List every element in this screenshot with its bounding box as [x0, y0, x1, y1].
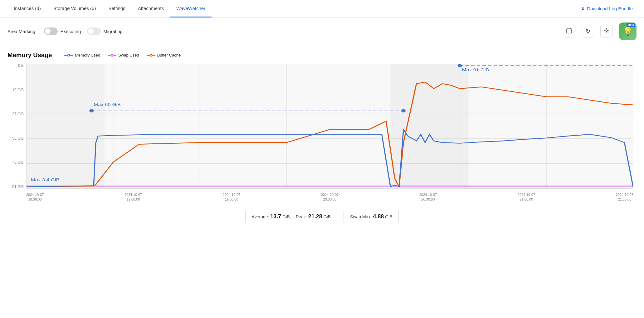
legend-buffer-cache-label: Buffer Cache	[157, 53, 181, 57]
gear-icon	[604, 28, 609, 35]
x-axis: 2024-10-0718:30:00 2024-10-0719:00:00 20…	[26, 190, 633, 207]
stats-row: Average: 13.7 GiB Peak: 21.28 GiB Swap M…	[7, 210, 637, 223]
tab-storage-volumes[interactable]: Storage Volumes (5)	[47, 0, 102, 17]
chart-legend: Memory Used Swap Used Buffer Cache	[64, 53, 181, 57]
chart-grid: Max 60 GiB Max 91 GiB Max 3.4 GiB	[26, 64, 633, 189]
average-value: 13.7	[270, 213, 281, 220]
swap-max-label: Swap Max:	[350, 214, 373, 219]
peak-label: Peak:	[296, 214, 308, 219]
y-label-56: 56 GiB	[12, 137, 24, 140]
y-label-37: 37 GiB	[12, 112, 24, 116]
y-label-75: 75 GiB	[12, 161, 24, 164]
x-label-3: 2024-10-0720:00:00	[321, 192, 339, 202]
svg-text:Max 60 GiB: Max 60 GiB	[94, 102, 121, 107]
tab-attachments[interactable]: Attachments	[132, 0, 170, 17]
average-stat-box: Average: 13.7 GiB Peak: 21.28 GiB	[245, 210, 337, 223]
legend-memory-used-label: Memory Used	[75, 53, 100, 57]
beta-button[interactable]: Beta 💡	[619, 22, 637, 40]
calendar-icon	[566, 28, 572, 35]
download-icon: ⬇	[581, 6, 585, 12]
download-log-bundle-button[interactable]: ⬇ Download Log Bundle	[577, 4, 637, 13]
refresh-button[interactable]: ↻	[582, 25, 594, 37]
x-label-2: 2024-10-0719:30:00	[223, 192, 240, 202]
average-unit: GiB	[282, 214, 290, 219]
svg-rect-19	[390, 64, 468, 188]
tab-instances[interactable]: Instances (3)	[7, 0, 47, 17]
svg-point-21	[89, 109, 94, 112]
swap-max-stat-box: Swap Max: 4.88 GiB	[344, 210, 399, 223]
legend-swap-used: Swap Used	[108, 53, 139, 57]
swap-max-value: 4.88	[373, 213, 384, 220]
x-label-5: 2024-10-0721:00:00	[518, 192, 535, 202]
beta-badge: Beta	[627, 23, 635, 27]
chart-container: 91 GiB 75 GiB 56 GiB 37 GiB 19 GiB 0 B	[7, 64, 637, 207]
y-label-0: 0 B	[18, 64, 24, 67]
y-axis: 91 GiB 75 GiB 56 GiB 37 GiB 19 GiB 0 B	[7, 64, 26, 189]
peak-value: 21.28	[308, 213, 322, 220]
y-label-19: 19 GiB	[12, 88, 24, 92]
average-label: Average:	[252, 214, 271, 219]
swap-max-unit: GiB	[385, 214, 392, 219]
chart-svg: Max 60 GiB Max 91 GiB Max 3.4 GiB	[27, 64, 633, 188]
legend-memory-used: Memory Used	[64, 53, 100, 57]
calendar-button[interactable]	[563, 25, 575, 37]
svg-point-24	[458, 64, 462, 67]
area-marking-label: Area Marking:	[7, 29, 37, 34]
x-label-6: 2024-10-0721:30:00	[616, 192, 633, 202]
y-label-91: 91 GiB	[12, 185, 24, 189]
legend-swap-used-label: Swap Used	[118, 53, 139, 57]
x-label-4: 2024-10-0720:30:00	[419, 192, 437, 202]
chart-title: Memory Usage	[7, 52, 52, 59]
tab-settings[interactable]: Settings	[102, 0, 131, 17]
memory-usage-section: Memory Usage Memory Used Swap Used Buffe…	[0, 45, 644, 230]
x-label-1: 2024-10-0719:00:00	[124, 192, 142, 202]
tab-wavewatcher[interactable]: WaveWatcher	[170, 0, 212, 17]
svg-rect-0	[567, 29, 572, 33]
svg-text:Max 3.4 GiB: Max 3.4 GiB	[31, 178, 60, 182]
refresh-icon: ↻	[586, 28, 590, 35]
svg-point-4	[606, 30, 607, 32]
peak-unit: GiB	[324, 214, 331, 219]
legend-buffer-cache: Buffer Cache	[147, 53, 181, 57]
x-label-0: 2024-10-0718:30:00	[26, 192, 44, 202]
download-btn-label: Download Log Bundle	[587, 6, 633, 11]
top-navigation: Instances (3) Storage Volumes (5) Settin…	[0, 0, 644, 17]
svg-point-22	[401, 109, 406, 112]
lightbulb-icon: 💡	[623, 27, 633, 36]
migrating-toggle[interactable]	[87, 27, 101, 35]
svg-rect-18	[27, 64, 105, 188]
toolbar: Area Marking: Executing Migrating ↻	[0, 17, 644, 45]
svg-text:Max 91 GiB: Max 91 GiB	[462, 68, 489, 72]
executing-toggle[interactable]	[44, 27, 58, 35]
migrating-label: Migrating	[103, 29, 123, 34]
settings-button[interactable]	[600, 25, 613, 37]
executing-toggle-group: Executing	[44, 27, 81, 35]
executing-label: Executing	[60, 29, 81, 34]
migrating-toggle-group: Migrating	[87, 27, 123, 35]
